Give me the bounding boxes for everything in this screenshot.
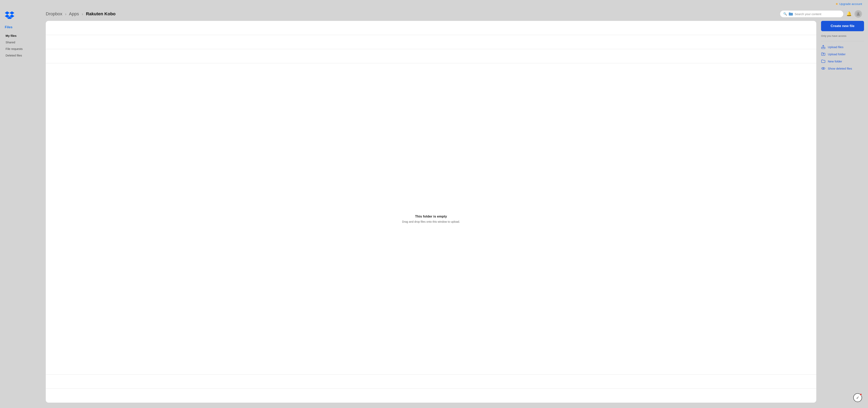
sidebar-item-file-requests[interactable]: File requests [5, 46, 40, 52]
empty-title: This folder is empty [415, 215, 447, 219]
empty-state: This folder is empty Drag and drop files… [46, 63, 816, 374]
sidebar-item-shared[interactable]: Shared [5, 39, 40, 45]
sidebar-item-deleted-files[interactable]: Deleted files [5, 53, 40, 58]
avatar-button[interactable] [855, 10, 862, 18]
search-bar[interactable]: 🔍 Search your content [780, 10, 843, 18]
dropbox-logo-icon [5, 11, 14, 19]
file-area-row-3 [46, 49, 816, 63]
new-folder-icon [821, 59, 826, 63]
file-area-row-5 [46, 375, 816, 388]
content-area: Dropbox › Apps › Rakuten Kobo 🔍 Search y… [44, 7, 868, 406]
breadcrumb-sep-2: › [82, 12, 83, 16]
notification-dot [860, 393, 862, 396]
upload-files-action[interactable]: Upload files [821, 45, 864, 49]
search-icon: 🔍 [783, 12, 787, 16]
sidebar-section-title: Files [5, 25, 40, 29]
file-area-row-2 [46, 35, 816, 49]
upload-folder-action[interactable]: Upload folder [821, 52, 864, 56]
upgrade-label: Upgrade account [839, 2, 862, 6]
top-bar: ★ Upgrade account [0, 0, 868, 7]
create-new-file-button[interactable]: Create new file [821, 21, 864, 31]
upload-files-label: Upload files [828, 45, 843, 49]
main-panel: This folder is empty Drag and drop files… [44, 21, 868, 403]
avatar-icon [856, 11, 861, 16]
file-area: This folder is empty Drag and drop files… [46, 21, 816, 403]
right-panel: Create new file Only you have access [816, 21, 864, 403]
access-note: Only you have access [821, 34, 864, 38]
search-folder-icon [788, 12, 793, 16]
sidebar: Files My files Shared File requests Dele… [0, 7, 44, 406]
upgrade-link[interactable]: ★ Upgrade account [835, 2, 862, 6]
breadcrumb-dropbox: Dropbox [46, 11, 62, 16]
breadcrumb-current: Rakuten Kobo [86, 11, 116, 16]
new-folder-action[interactable]: New folder [821, 59, 864, 63]
show-deleted-files-label: Show deleted files [828, 67, 852, 70]
breadcrumb-sep-1: › [65, 12, 66, 16]
breadcrumb-apps: Apps [69, 11, 79, 16]
main-layout: Files My files Shared File requests Dele… [0, 7, 868, 406]
empty-subtitle: Drag and drop files onto this window to … [402, 220, 460, 223]
eye-icon [821, 66, 826, 71]
sidebar-logo [5, 11, 40, 20]
show-deleted-files-action[interactable]: Show deleted files [821, 66, 864, 71]
upload-file-icon [821, 45, 826, 49]
file-area-top-row [46, 21, 816, 35]
svg-point-1 [858, 12, 859, 14]
new-folder-label: New folder [828, 60, 842, 63]
upload-folder-icon [821, 52, 826, 56]
svg-point-4 [823, 68, 824, 69]
notifications-button[interactable]: 🔔 [845, 10, 852, 17]
action-list: Upload files Upload folder [821, 45, 864, 71]
svg-rect-2 [822, 47, 825, 49]
search-placeholder: Search your content [795, 12, 821, 16]
content-header: Dropbox › Apps › Rakuten Kobo 🔍 Search y… [44, 10, 868, 21]
sync-status-button[interactable]: ✓ [853, 393, 862, 402]
svg-point-3 [822, 67, 825, 69]
upload-folder-label: Upload folder [828, 53, 845, 56]
checkmark-icon: ✓ [856, 395, 860, 400]
star-icon: ★ [835, 2, 838, 6]
breadcrumb: Dropbox › Apps › Rakuten Kobo [46, 11, 778, 17]
sidebar-nav: My files Shared File requests Deleted fi… [5, 33, 40, 58]
sidebar-item-my-files[interactable]: My files [5, 33, 40, 38]
file-area-bottom-row [46, 389, 816, 403]
